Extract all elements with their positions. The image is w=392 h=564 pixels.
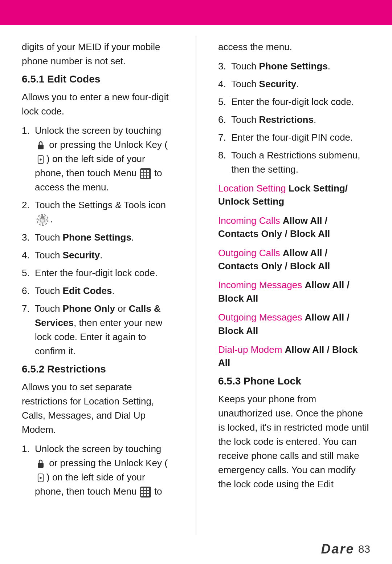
step-number: 5. — [218, 95, 226, 109]
restriction-dialup: Dial-up Modem Allow All / Block All — [218, 343, 370, 370]
restriction-location: Location Setting​ Lock Setting/ Unlock S… — [218, 182, 370, 208]
step-number: 8. — [218, 148, 226, 162]
unlock-key-icon — [35, 154, 46, 165]
step-text: Touch Security. — [35, 250, 102, 261]
step-text: Enter the four-digit lock code. — [35, 267, 158, 278]
svg-rect-0 — [38, 145, 44, 149]
svg-rect-6 — [38, 463, 44, 468]
list-item: 3. Touch Phone Settings. — [22, 230, 174, 245]
step-bold: Restrictions — [259, 114, 314, 125]
intro-text: digits of your MEID if your mobile phone… — [22, 40, 174, 68]
lock-icon-2 — [35, 458, 46, 469]
step-text: Unlock the screen by touching or pressin… — [35, 125, 168, 193]
menu-icon — [140, 168, 151, 179]
top-bar — [0, 0, 392, 22]
unlock-key-icon-2 — [35, 472, 46, 483]
magenta-line — [0, 22, 392, 25]
step-text: Enter the four-digit PIN code. — [231, 132, 353, 143]
section-652-heading: 6.5.2 Restrictions — [22, 363, 174, 375]
section-651-steps: 1. Unlock the screen by touching or pres… — [22, 124, 174, 358]
step-text: Touch Phone Only or Calls & Services, th… — [35, 303, 162, 356]
section-653-heading: 6.5.3 Phone Lock — [218, 375, 370, 387]
step-text: Unlock the screen by touching or pressin… — [35, 443, 168, 497]
restriction-label: Incoming Calls — [218, 215, 280, 226]
svg-point-8 — [40, 477, 41, 479]
list-item: 4. Touch Security. — [218, 77, 370, 91]
list-item: 7. Touch Phone Only or Calls & Services,… — [22, 302, 174, 358]
step-number: 6. — [218, 113, 226, 127]
list-item: 5. Enter the four-digit lock code. — [22, 266, 174, 280]
column-divider — [196, 36, 196, 535]
step-bold: Security — [259, 78, 297, 89]
step-number: 3. — [218, 59, 226, 73]
restriction-label: Location Setting — [218, 183, 286, 194]
list-item: 3. Touch Phone Settings. — [218, 59, 370, 73]
step-number: 1. — [22, 442, 30, 456]
step-bold: Phone Settings — [63, 232, 131, 243]
step-text: Enter the four-digit lock code. — [231, 96, 354, 107]
menu-icon-2 — [140, 487, 151, 497]
page-content: digits of your MEID if your mobile phone… — [0, 36, 392, 535]
step-number: 2. — [22, 198, 30, 212]
restriction-label: Outgoing Messages — [218, 312, 302, 323]
restriction-outgoing-calls: Outgoing Calls Allow All / Contacts Only… — [218, 246, 370, 273]
footer: Dare 83 — [321, 541, 370, 557]
right-steps: 3. Touch Phone Settings. 4. Touch Securi… — [218, 59, 370, 177]
list-item: 7. Enter the four-digit PIN code. — [218, 130, 370, 145]
step-text: Touch Security. — [231, 78, 299, 89]
list-item: 2. Touch the Settings & Tools icon — [22, 198, 174, 227]
list-item: 8. Touch a Restrictions submenu, then th… — [218, 148, 370, 177]
list-item: 5. Enter the four-digit lock code. — [218, 95, 370, 109]
list-item: 1. Unlock the screen by touching or pres… — [22, 442, 174, 499]
step-text: Touch Restrictions. — [231, 114, 316, 125]
section-653-description: Keeps your phone from unauthorized use. … — [218, 392, 370, 491]
left-column: digits of your MEID if your mobile phone… — [22, 36, 174, 535]
step-text: Touch a Restrictions submenu, then the s… — [231, 150, 360, 175]
restriction-label: Dial-up Modem — [218, 344, 282, 355]
access-menu-text: access the menu. — [218, 40, 370, 54]
step-bold: Phone Only — [63, 303, 115, 314]
restriction-label: Outgoing Calls — [218, 247, 280, 258]
restriction-label: Incoming Messages — [218, 279, 302, 290]
restriction-incoming-messages: Incoming Messages Allow All / Block All — [218, 278, 370, 305]
list-item: 6. Touch Edit Codes. — [22, 284, 174, 298]
section-652-steps: 1. Unlock the screen by touching or pres… — [22, 442, 174, 499]
restriction-outgoing-messages: Outgoing Messages Allow All / Block All — [218, 311, 370, 337]
step-number: 4. — [22, 248, 30, 262]
section-651-description: Allows you to enter a new four-digit loc… — [22, 90, 174, 118]
list-item: 4. Touch Security. — [22, 248, 174, 262]
restriction-incoming-calls: Incoming Calls Allow All / Contacts Only… — [218, 214, 370, 241]
step-number: 5. — [22, 266, 30, 280]
step-bold: Edit Codes — [63, 285, 112, 296]
section-652-description: Allows you to set separate restrictions … — [22, 380, 174, 437]
step-number: 7. — [22, 302, 30, 316]
step-number: 6. — [22, 284, 30, 298]
page-number: 83 — [358, 543, 370, 555]
step-number: 3. — [22, 230, 30, 245]
step-bold: Security — [63, 250, 100, 261]
right-column: access the menu. 3. Touch Phone Settings… — [218, 36, 370, 535]
step-text: Touch Phone Settings. — [231, 61, 330, 72]
section-651-heading: 6.5.1 Edit Codes — [22, 73, 174, 85]
list-item: 1. Unlock the screen by touching or pres… — [22, 124, 174, 194]
svg-point-2 — [40, 158, 41, 160]
list-item: 6. Touch Restrictions. — [218, 113, 370, 127]
brand-logo: Dare — [321, 541, 355, 557]
settings-icon — [36, 213, 49, 227]
step-number: 4. — [218, 77, 226, 91]
step-number: 7. — [218, 130, 226, 145]
step-number: 1. — [22, 124, 30, 138]
step-text: Touch the Settings & Tools icon — [35, 200, 166, 225]
lock-icon — [35, 140, 46, 151]
step-bold: Phone Settings — [259, 61, 328, 72]
step-text: Touch Phone Settings. — [35, 232, 134, 243]
step-text: Touch Edit Codes. — [35, 285, 115, 296]
